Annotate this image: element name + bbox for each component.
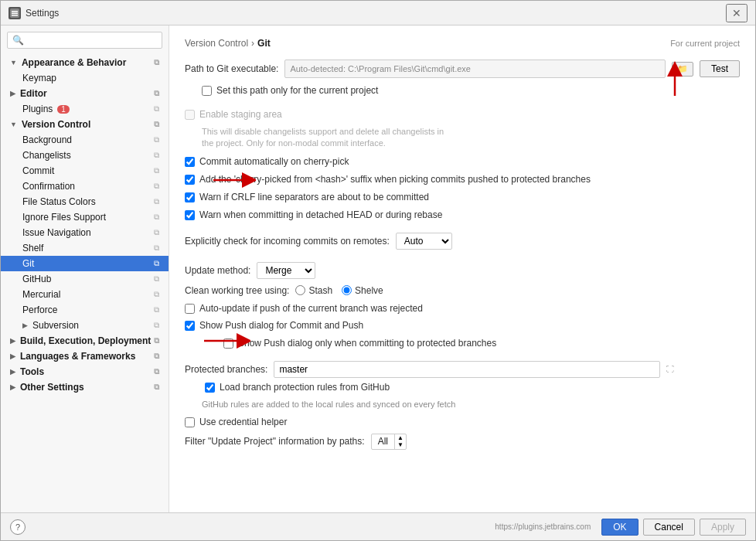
shelve-radio[interactable] [342,285,352,295]
cherry-picked-suffix-checkbox[interactable] [185,175,195,185]
copy-icon-build: ⧉ [154,336,159,345]
copy-icon: ⧉ [154,58,159,67]
search-box[interactable] [7,32,162,49]
load-protection-checkbox[interactable] [205,383,215,393]
filter-spinner-buttons: ▲ ▼ [394,434,406,449]
staging-area-label: Enable staging area [199,108,282,121]
sidebar-item-changelists[interactable]: Changelists ⧉ [1,148,169,163]
clean-tree-radios: Stash Shelve [295,285,383,296]
sidebar-item-issue-navigation[interactable]: Issue Navigation ⧉ [1,225,169,240]
credential-helper-checkbox[interactable] [185,417,195,427]
sidebar-item-build[interactable]: ▶Build, Execution, Deployment ⧉ [1,333,169,349]
shelve-radio-label[interactable]: Shelve [342,285,383,296]
protected-branches-label: Protected branches: [185,364,267,375]
sidebar-item-version-control[interactable]: ▼Version Control ⧉ [1,117,169,132]
svg-rect-2 [12,12,18,14]
crlf-label: Warn if CRLF line separators are about t… [199,191,429,204]
filter-down-button[interactable]: ▼ [395,441,406,449]
copy-icon-fsc: ⧉ [154,197,159,206]
sidebar-item-mercurial[interactable]: Mercurial ⧉ [1,287,169,302]
footer: ? https://plugins.jetbrains.com OK Cance… [1,512,755,540]
breadcrumb-parent: Version Control [185,38,248,49]
credential-helper-label: Use credential helper [199,416,287,429]
detached-head-checkbox[interactable] [185,210,195,220]
sidebar-item-subversion[interactable]: ▶Subversion ⧉ [1,318,169,333]
sidebar-item-confirmation[interactable]: Confirmation ⧉ [1,179,169,194]
crlf-checkbox[interactable] [185,192,195,202]
help-button[interactable]: ? [10,519,26,535]
sidebar-item-plugins[interactable]: Plugins 1 ⧉ [1,101,169,117]
copy-icon-commit: ⧉ [154,166,159,175]
push-protected-checkbox[interactable] [223,339,233,349]
staging-area-checkbox[interactable] [185,110,195,120]
incoming-commits-select[interactable]: Auto Always Never [396,233,452,250]
push-dialog-label: Show Push dialog for Commit and Push [199,319,363,332]
copy-icon-hg: ⧉ [154,290,159,299]
apply-button[interactable]: Apply [700,519,746,536]
copy-icon-tools: ⧉ [154,367,159,376]
sidebar-item-editor[interactable]: ▶Editor ⧉ [1,86,169,101]
auto-update-checkbox[interactable] [185,304,195,314]
settings-window: Settings ✕ ▼Appearance & Behavior ⧉ Keym… [0,0,756,541]
push-protected-label: Show Push dialog only when committing to… [238,337,496,350]
git-path-input[interactable] [284,60,666,78]
sidebar-item-tools[interactable]: ▶Tools ⧉ [1,364,169,379]
sidebar-item-commit[interactable]: Commit ⧉ [1,163,169,179]
stash-radio-label[interactable]: Stash [295,285,332,296]
copy-icon-if: ⧉ [154,213,159,222]
protected-branches-input[interactable] [274,361,660,378]
copy-icon-plugins: ⧉ [154,104,159,114]
copy-icon-shelf: ⧉ [154,243,159,253]
search-input[interactable] [7,32,162,49]
sidebar-item-background[interactable]: Background ⧉ [1,132,169,148]
update-method-select[interactable]: Merge Rebase [257,262,315,279]
copy-icon-cl: ⧉ [154,151,159,160]
sidebar-item-perforce[interactable]: Perforce ⧉ [1,302,169,318]
sidebar-item-github[interactable]: GitHub ⧉ [1,271,169,287]
svg-rect-1 [12,11,18,12]
browse-button[interactable]: 📁 [672,62,693,77]
auto-update-row: Auto-update if push of the current branc… [185,302,740,315]
copy-icon-lang: ⧉ [154,352,159,361]
update-method-label: Update method: [185,265,250,276]
filter-up-button[interactable]: ▲ [395,434,406,442]
close-button[interactable]: ✕ [726,4,747,22]
plugins-badge: 1 [57,105,70,114]
protected-branches-row: Protected branches: ⛶ [185,361,740,378]
path-only-checkbox[interactable] [202,86,212,96]
breadcrumb-project-note: For current project [670,39,740,48]
titlebar-left: Settings [9,7,59,19]
incoming-commits-label: Explicitly check for incoming commits on… [185,236,390,247]
sidebar-item-languages[interactable]: ▶Languages & Frameworks ⧉ [1,349,169,364]
update-method-row: Update method: Merge Rebase [185,262,740,279]
cherry-pick-checkbox[interactable] [185,157,195,167]
copy-icon-conf: ⧉ [154,182,159,191]
push-dialog-row: Show Push dialog for Commit and Push [185,319,740,332]
clean-tree-row: Clean working tree using: Stash Shelve [185,285,740,296]
sidebar-item-keymap[interactable]: Keymap [1,70,169,86]
sidebar-item-appearance[interactable]: ▼Appearance & Behavior ⧉ [1,55,169,70]
cherry-picked-suffix-label: Add the 'cherry-picked from <hash>' suff… [199,173,591,186]
github-rules-note: GitHub rules are added to the local rule… [202,399,740,410]
stash-radio[interactable] [295,285,305,295]
breadcrumb-current: Git [257,38,271,49]
expand-protected-button[interactable]: ⛶ [666,365,674,373]
test-button[interactable]: Test [700,60,740,77]
sidebar-item-other-settings[interactable]: ▶Other Settings ⧉ [1,379,169,395]
clean-tree-label: Clean working tree using: [185,285,289,296]
cancel-button[interactable]: Cancel [643,519,695,536]
sidebar-item-file-status-colors[interactable]: File Status Colors ⧉ [1,194,169,209]
ok-button[interactable]: OK [601,519,638,536]
push-dialog-checkbox[interactable] [185,321,195,331]
sidebar-item-shelf[interactable]: Shelf ⧉ [1,240,169,256]
git-path-row: Path to Git executable: 📁 Test [185,60,740,78]
footer-link: https://plugins.jetbrains.com [495,522,591,531]
sidebar-item-git[interactable]: Git ⧉ [1,256,169,271]
main-content: Version Control › Git For current projec… [169,26,755,512]
path-only-row: Set this path only for the current proje… [202,84,740,97]
copy-icon-github: ⧉ [154,274,159,284]
sidebar-item-ignore-files[interactable]: Ignore Files Support ⧉ [1,209,169,225]
load-protection-label: Load branch protection rules from GitHub [220,381,390,394]
app-icon [9,7,21,19]
staging-area-row: Enable staging area [185,108,740,121]
